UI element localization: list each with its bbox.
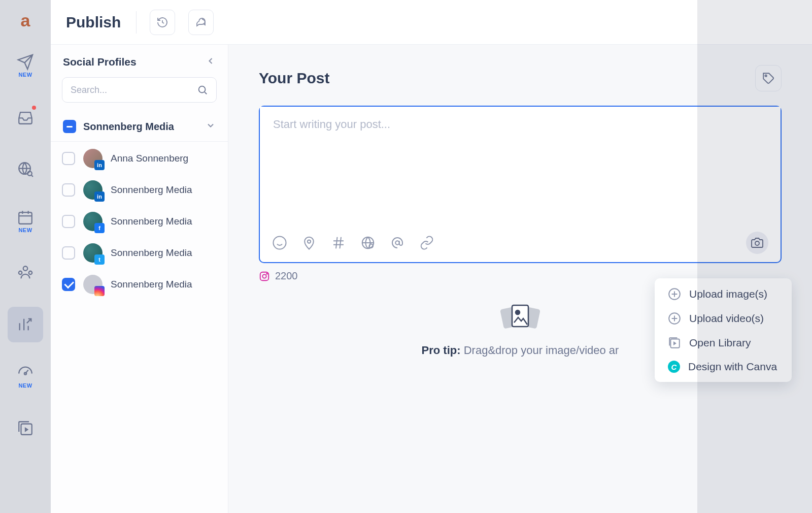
new-badge: NEW	[18, 382, 32, 389]
mention-button[interactable]	[390, 235, 405, 250]
analytics-icon	[17, 316, 34, 333]
nav-item-discover[interactable]	[8, 151, 43, 187]
page-title: Publish	[66, 14, 121, 31]
history-button[interactable]	[150, 10, 175, 35]
app-logo: a	[14, 9, 37, 31]
search-box[interactable]	[62, 77, 217, 103]
profile-row[interactable]: in Anna Sonnenberg	[62, 149, 217, 168]
nav-item-calendar[interactable]: NEW	[8, 203, 43, 239]
svg-rect-2	[19, 212, 32, 224]
profile-checkbox[interactable]	[62, 246, 75, 260]
profile-group-row[interactable]: Sonnenberg Media	[51, 112, 228, 142]
profile-checkbox[interactable]	[62, 278, 75, 291]
emoji-button[interactable]	[272, 235, 287, 250]
globe-button[interactable]	[360, 235, 376, 250]
profile-label: Anna Sonnenberg	[111, 153, 188, 164]
svg-point-14	[395, 241, 399, 245]
menu-label: Design with Canva	[688, 361, 777, 373]
avatar: f	[83, 212, 103, 231]
nav-item-send[interactable]: NEW	[8, 48, 43, 83]
svg-point-3	[23, 266, 28, 271]
location-icon	[301, 235, 317, 250]
profile-label: Sonnenberg Media	[111, 247, 192, 259]
main-panel: Publish Social Profiles	[51, 0, 812, 513]
history-icon	[156, 16, 168, 28]
svg-point-9	[765, 75, 767, 77]
avatar: in	[83, 149, 103, 168]
svg-point-6	[24, 372, 26, 374]
library-icon	[668, 336, 681, 349]
twitter-icon: t	[94, 254, 105, 265]
editor-title: Your Post	[259, 70, 329, 87]
profile-row[interactable]: f Sonnenberg Media	[62, 212, 217, 231]
protip-label: Pro tip:	[422, 344, 461, 357]
nav-item-dashboard[interactable]: NEW	[8, 359, 43, 394]
link-button[interactable]	[419, 235, 434, 250]
nav-rail: a NEW NEW NEW	[0, 0, 51, 513]
canva-icon: C	[668, 361, 680, 373]
globe-search-icon	[17, 161, 34, 178]
linkedin-icon: in	[94, 191, 105, 202]
add-media-button[interactable]	[746, 232, 768, 254]
calendar-icon	[17, 209, 34, 226]
gauge-icon	[17, 364, 34, 381]
profile-checkbox[interactable]	[62, 152, 75, 165]
profile-checkbox[interactable]	[62, 215, 75, 228]
profile-row[interactable]: in Sonnenberg Media	[62, 180, 217, 200]
profiles-sidebar: Social Profiles Sonnenberg Media	[51, 45, 228, 513]
open-library-item[interactable]: Open Library	[668, 336, 779, 349]
hashtag-button[interactable]	[331, 235, 346, 250]
avatar: in	[83, 180, 103, 200]
library-icon	[17, 420, 34, 437]
new-badge: NEW	[18, 72, 32, 78]
link-icon	[419, 235, 434, 250]
profile-row[interactable]: Sonnenberg Media	[62, 275, 217, 294]
media-stack-icon	[497, 302, 543, 335]
svg-point-5	[29, 271, 32, 275]
composer-toolbar	[260, 226, 781, 262]
profile-checkbox[interactable]	[62, 183, 75, 197]
nav-item-analytics[interactable]	[8, 307, 43, 342]
char-count-value: 2200	[275, 270, 298, 282]
profile-row[interactable]: t Sonnenberg Media	[62, 243, 217, 263]
design-canva-item[interactable]: C Design with Canva	[668, 361, 779, 373]
instagram-icon	[94, 286, 105, 296]
svg-point-11	[308, 240, 311, 243]
chevron-left-icon	[206, 56, 216, 66]
profile-label: Sonnenberg Media	[111, 184, 192, 196]
expand-group-button[interactable]	[206, 120, 216, 133]
group-checkbox-partial[interactable]	[63, 120, 76, 133]
profile-label: Sonnenberg Media	[111, 279, 192, 290]
location-button[interactable]	[301, 235, 317, 250]
nav-item-inbox[interactable]	[8, 100, 43, 135]
tag-icon	[762, 72, 775, 85]
inbox-icon	[17, 109, 34, 126]
nav-item-library[interactable]	[8, 410, 43, 446]
avatar	[83, 275, 103, 294]
menu-label: Upload video(s)	[689, 312, 764, 325]
dropzone-text: Pro tip: Drag&drop your image/video ar	[422, 344, 619, 357]
upload-images-item[interactable]: Upload image(s)	[668, 287, 779, 301]
avatar: t	[83, 243, 103, 263]
nav-item-team[interactable]	[8, 255, 43, 291]
collapse-sidebar-button[interactable]	[206, 56, 216, 68]
mention-icon	[390, 235, 405, 250]
tag-button[interactable]	[755, 65, 782, 91]
chevron-down-icon	[206, 120, 216, 131]
sidebar-title: Social Profiles	[63, 56, 137, 68]
search-icon	[197, 84, 208, 95]
composer	[259, 106, 782, 263]
svg-point-22	[516, 310, 520, 314]
post-textarea[interactable]	[260, 107, 781, 226]
instagram-icon	[259, 271, 270, 282]
topbar: Publish	[51, 0, 812, 45]
separator	[136, 11, 137, 34]
search-input[interactable]	[71, 85, 197, 95]
menu-label: Upload image(s)	[689, 288, 767, 300]
svg-point-18	[266, 273, 267, 274]
notification-dot-icon	[32, 106, 36, 110]
globe-icon	[360, 235, 376, 250]
upload-videos-item[interactable]: Upload video(s)	[668, 312, 779, 325]
conversations-button[interactable]	[188, 10, 214, 35]
svg-point-10	[274, 237, 286, 249]
